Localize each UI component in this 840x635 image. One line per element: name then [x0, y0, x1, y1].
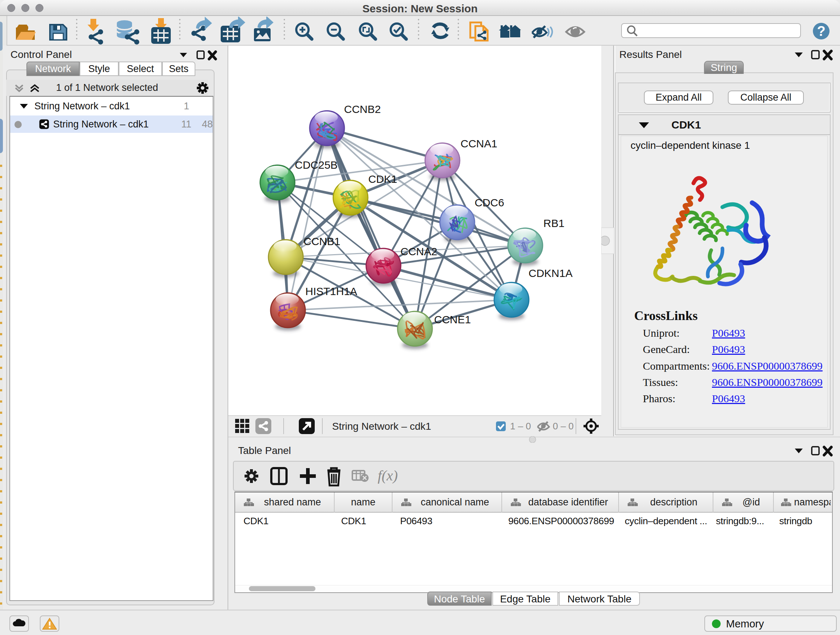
svg-text:String Network – cdk1: String Network – cdk1: [332, 421, 431, 432]
svg-text:?: ?: [817, 24, 825, 39]
svg-text:RB1: RB1: [543, 217, 564, 229]
svg-text:1 – 0: 1 – 0: [510, 421, 531, 432]
svg-text:f(x): f(x): [378, 467, 398, 484]
svg-text:0 – 0: 0 – 0: [553, 421, 574, 432]
svg-text:CCNA2: CCNA2: [401, 245, 437, 257]
svg-text:CCNA1: CCNA1: [461, 138, 497, 149]
svg-text:CCNB1: CCNB1: [303, 235, 340, 247]
svg-text:CDC25B: CDC25B: [295, 159, 338, 171]
svg-text:CCNE1: CCNE1: [434, 314, 471, 325]
svg-text:CDKN1A: CDKN1A: [529, 267, 573, 279]
svg-text:CDC6: CDC6: [475, 196, 504, 209]
svg-text:CCNB2: CCNB2: [344, 103, 381, 115]
svg-text:HIST1H1A: HIST1H1A: [305, 285, 357, 297]
svg-text:CDK1: CDK1: [368, 173, 397, 185]
